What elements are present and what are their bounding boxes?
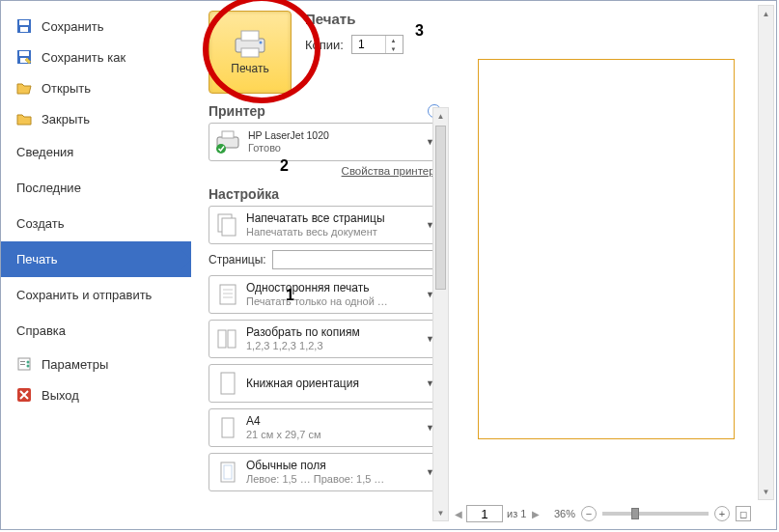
pages-label: Страницы: xyxy=(209,253,266,266)
preview-scrollbar[interactable]: ▲ ▼ xyxy=(758,5,774,500)
sidebar-item-options[interactable]: Параметры xyxy=(1,349,191,379)
svg-rect-28 xyxy=(222,418,234,437)
save-icon xyxy=(16,18,32,34)
zoom-slider[interactable] xyxy=(602,512,709,516)
svg-rect-17 xyxy=(222,131,234,138)
scroll-thumb[interactable] xyxy=(435,126,446,290)
printer-heading: Принтер xyxy=(209,103,265,119)
svg-rect-14 xyxy=(241,48,259,57)
svg-point-15 xyxy=(260,42,263,44)
svg-rect-7 xyxy=(20,361,25,362)
sidebar-item-label: Выход xyxy=(42,388,79,403)
print-preview-pane: ▲ ▼ ◀ из 1 ▶ 36% − + ◻ xyxy=(449,1,776,529)
printer-icon xyxy=(230,29,270,58)
page-prev-button[interactable]: ◀ xyxy=(455,509,462,519)
sidebar-item-label: Сведения xyxy=(16,145,73,159)
sidebar-item-save-send[interactable]: Сохранить и отправить xyxy=(1,277,191,313)
settings-heading: Настройка xyxy=(209,186,279,202)
sidebar-item-label: Закрыть xyxy=(42,112,90,126)
printer-status: Готово xyxy=(248,142,426,154)
scroll-up[interactable]: ▲ xyxy=(433,108,448,124)
pages-input[interactable] xyxy=(272,250,443,269)
sidebar-item-info[interactable]: Сведения xyxy=(1,134,191,170)
sidebar-item-label: Создать xyxy=(16,216,64,231)
sidebar-item-close[interactable]: Закрыть xyxy=(1,103,191,134)
collate-icon xyxy=(215,325,240,352)
svg-rect-4 xyxy=(19,51,29,56)
print-what-selector[interactable]: Напечатать все страницыНапечатать весь д… xyxy=(209,206,441,244)
folder-open-icon xyxy=(16,80,32,96)
sidebar-item-label: Параметры xyxy=(42,357,108,372)
svg-rect-26 xyxy=(228,330,236,348)
svg-rect-20 xyxy=(222,218,236,236)
sidebar-item-label: Сохранить xyxy=(42,19,104,34)
sidebar-item-label: Сохранить и отправить xyxy=(16,288,152,302)
zoom-label: 36% xyxy=(554,508,575,519)
copies-spinner[interactable]: ▲ ▼ xyxy=(351,35,403,54)
sidebar-item-exit[interactable]: Выход xyxy=(1,379,191,410)
sidebar-item-save-as[interactable]: Сохранить как xyxy=(1,42,191,72)
printer-selector[interactable]: HP LaserJet 1020 Готово ▼ xyxy=(209,123,441,161)
annotation-1: 1 xyxy=(286,287,294,304)
zoom-fit-button[interactable]: ◻ xyxy=(736,506,751,521)
paper-size-selector[interactable]: A421 см x 29,7 см ▼ xyxy=(209,408,441,447)
zoom-out-button[interactable]: − xyxy=(581,506,597,521)
spinner-up[interactable]: ▲ xyxy=(386,36,401,44)
orientation-selector[interactable]: Книжная ориентация ▼ xyxy=(209,364,441,403)
page-side-icon xyxy=(215,281,240,308)
annotation-3: 3 xyxy=(415,22,424,40)
margins-icon xyxy=(215,459,240,486)
sidebar-item-recent[interactable]: Последние xyxy=(1,170,191,206)
annotation-2: 2 xyxy=(280,157,289,175)
svg-rect-27 xyxy=(221,373,235,394)
sidebar-item-label: Сохранить как xyxy=(42,50,125,65)
scroll-up[interactable]: ▲ xyxy=(759,6,773,21)
sidebar-item-label: Печать xyxy=(16,252,58,266)
save-as-icon xyxy=(16,49,32,65)
page-next-button[interactable]: ▶ xyxy=(532,509,540,519)
svg-rect-2 xyxy=(20,27,28,32)
folder-close-icon xyxy=(16,111,32,126)
margins-selector[interactable]: Обычные поляЛевое: 1,5 … Правое: 1,5 … ▼ xyxy=(209,453,441,491)
svg-rect-1 xyxy=(19,20,29,25)
page-total-label: из 1 xyxy=(507,508,526,519)
sidebar-item-label: Последние xyxy=(16,181,81,195)
spinner-down[interactable]: ▼ xyxy=(386,44,401,53)
preview-toolbar: ◀ из 1 ▶ 36% − + ◻ xyxy=(449,502,757,525)
svg-point-9 xyxy=(27,361,30,364)
print-button[interactable]: Печать xyxy=(209,11,292,94)
zoom-knob[interactable] xyxy=(631,508,639,519)
svg-point-18 xyxy=(216,144,226,154)
print-button-label: Печать xyxy=(231,62,268,75)
print-panel: 3 Печать Печать Копии: ▲ ▼ xyxy=(191,1,449,529)
printer-properties-link[interactable]: Свойства принтера xyxy=(342,165,441,177)
backstage-sidebar: Сохранить Сохранить как Открыть Закрыть … xyxy=(1,1,191,529)
paper-icon xyxy=(215,414,240,441)
settings-scrollbar[interactable]: ▲ ▼ xyxy=(432,107,449,521)
printer-device-icon xyxy=(215,130,242,154)
scroll-down[interactable]: ▼ xyxy=(433,505,448,520)
svg-rect-8 xyxy=(20,364,25,365)
preview-page xyxy=(478,59,735,439)
sidebar-item-print[interactable]: Печать xyxy=(1,241,191,277)
portrait-icon xyxy=(215,370,240,397)
collate-selector[interactable]: Разобрать по копиям1,2,3 1,2,3 1,2,3 ▼ xyxy=(209,320,441,358)
svg-rect-25 xyxy=(218,330,226,348)
page-number-input[interactable] xyxy=(466,505,503,522)
scroll-down[interactable]: ▼ xyxy=(759,484,773,499)
copies-input[interactable] xyxy=(352,37,385,52)
sidebar-item-new[interactable]: Создать xyxy=(1,206,191,241)
copies-label: Копии: xyxy=(305,38,344,52)
sidebar-item-help[interactable]: Справка xyxy=(1,313,191,349)
sidebar-item-save[interactable]: Сохранить xyxy=(1,11,191,42)
svg-rect-13 xyxy=(241,31,259,41)
svg-rect-21 xyxy=(220,285,236,304)
sides-selector[interactable]: Односторонняя печатьПечатать только на о… xyxy=(209,275,441,314)
printer-name: HP LaserJet 1020 xyxy=(248,129,426,142)
sidebar-item-label: Открыть xyxy=(42,81,91,96)
sidebar-item-label: Справка xyxy=(16,323,66,338)
zoom-in-button[interactable]: + xyxy=(714,506,730,521)
sidebar-item-open[interactable]: Открыть xyxy=(1,72,191,103)
exit-icon xyxy=(16,387,32,403)
pages-icon xyxy=(215,211,240,238)
